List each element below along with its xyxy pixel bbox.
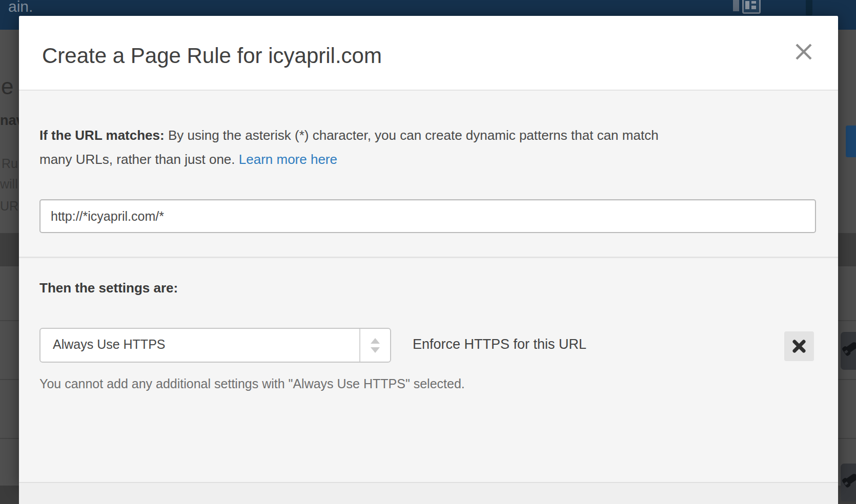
background-text-fragment: will xyxy=(0,177,18,192)
section-divider xyxy=(19,257,838,258)
background-left-text-fragments: e nav Ru will UR xyxy=(0,0,19,504)
background-text-fragment: nav xyxy=(0,113,19,129)
background-text-fragment: UR xyxy=(0,199,18,214)
learn-more-link[interactable]: Learn more here xyxy=(239,152,337,167)
modal-title: Create a Page Rule for icyapril.com xyxy=(42,44,382,68)
url-match-description-line2: many URLs, rather than just one. xyxy=(39,152,239,167)
select-spinner-icon xyxy=(359,329,390,362)
settings-note: You cannot add any additional settings w… xyxy=(39,376,465,391)
nav-bell-icon xyxy=(806,0,812,15)
app-grid-icon xyxy=(742,0,761,14)
url-match-label: If the URL matches: xyxy=(39,128,165,143)
url-match-description-line1: By using the asterisk (*) character, you… xyxy=(165,128,659,143)
settings-select-value: Always Use HTTPS xyxy=(53,337,165,352)
remove-setting-button[interactable] xyxy=(784,331,814,361)
wrench-icon xyxy=(844,341,856,354)
chevron-down-icon xyxy=(371,347,380,353)
settings-select[interactable]: Always Use HTTPS xyxy=(39,328,391,363)
background-right-edge xyxy=(838,0,856,504)
background-text-fragment: e xyxy=(1,74,13,99)
settings-heading: Then the settings are: xyxy=(39,280,178,296)
url-pattern-input[interactable] xyxy=(39,199,816,233)
close-button[interactable] xyxy=(792,40,815,63)
background-text-fragment: Ru xyxy=(2,156,18,171)
background-blue-button-fragment xyxy=(846,125,856,157)
modal-footer: Cancel Save as Draft Save and Deploy xyxy=(19,482,838,504)
remove-icon xyxy=(792,340,806,353)
create-page-rule-modal: Create a Page Rule for icyapril.com If t… xyxy=(19,16,838,486)
close-icon xyxy=(794,42,813,61)
url-match-instructions: If the URL matches: By using the asteris… xyxy=(39,123,752,172)
setting-description: Enforce HTTPS for this URL xyxy=(413,337,586,352)
wrench-icon xyxy=(844,473,856,486)
screen: ain. e nav Ru will UR Create a xyxy=(0,0,856,504)
background-wrench-button xyxy=(841,464,856,501)
modal-header: Create a Page Rule for icyapril.com xyxy=(19,16,838,91)
chevron-up-icon xyxy=(371,338,380,344)
background-wrench-button xyxy=(841,332,856,370)
nav-icon xyxy=(733,0,739,11)
